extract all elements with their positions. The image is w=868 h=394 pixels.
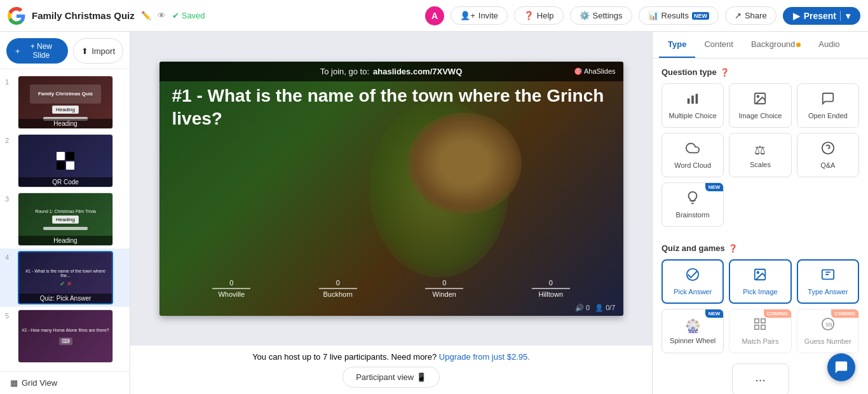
bar-chart-icon bbox=[686, 92, 700, 109]
canvas-wrapper: To join, go to: ahaslides.com/7XVWQ 🎯 Ah… bbox=[130, 32, 652, 345]
svg-rect-11 bbox=[755, 319, 759, 323]
slide-number: 5 bbox=[5, 309, 14, 320]
help-icon: ❓ bbox=[524, 11, 534, 20]
import-button[interactable]: ⬆ Import bbox=[73, 38, 123, 64]
answer-bar-2 bbox=[319, 288, 357, 289]
participant-stat: 👤 0/7 bbox=[595, 304, 615, 312]
slide-item[interactable]: 5 #2 - How many Home Alone films are the… bbox=[0, 307, 130, 365]
coming-badge-match: COMING bbox=[764, 309, 791, 318]
bulb-icon bbox=[686, 191, 700, 208]
answer-bars: 0 Whoville 0 Buckhorn 0 Winden bbox=[159, 279, 623, 298]
google-logo-icon bbox=[8, 7, 25, 25]
import-icon: ⬆ bbox=[81, 46, 88, 56]
answer-col-1: 0 Whoville bbox=[212, 279, 250, 298]
preview-icon[interactable]: 👁 bbox=[158, 11, 166, 20]
answer-value-4: 0 bbox=[549, 279, 553, 287]
new-slide-button[interactable]: + + New Slide bbox=[6, 38, 68, 64]
scales-icon: ⚖ bbox=[754, 142, 766, 158]
question-type-title: Question type ❓ bbox=[661, 67, 859, 77]
main-layout: + + New Slide ⬆ Import 1 Family Christma… bbox=[0, 32, 868, 394]
upgrade-notice: You can host up to 7 live participants. … bbox=[140, 352, 642, 362]
question-type-grid: Multiple Choice Image Choice Open Ended bbox=[661, 83, 859, 227]
sidebar-toolbar: + + New Slide ⬆ Import bbox=[0, 32, 130, 69]
present-dropdown-arrow: ▾ bbox=[840, 11, 850, 21]
answer-label-2: Buckhorn bbox=[323, 290, 353, 298]
ahaslides-logo: 🎯 AhaSlides bbox=[574, 67, 616, 76]
qtype-pick-image[interactable]: Pick Image bbox=[729, 259, 791, 304]
slide-item[interactable]: 3 Round 1: Christmas Film Trivia Heading… bbox=[0, 190, 130, 248]
qtype-qa[interactable]: Q&A bbox=[797, 133, 859, 177]
pick-image-icon bbox=[753, 268, 767, 285]
answer-col-3: 0 Winden bbox=[425, 279, 463, 298]
svg-rect-1 bbox=[691, 95, 694, 104]
more-icon: ··· bbox=[755, 372, 766, 387]
qtype-match-pairs[interactable]: COMING Match Pairs bbox=[729, 309, 791, 353]
grid-view-button[interactable]: ▦ Grid View bbox=[0, 371, 130, 394]
qtype-guess-number[interactable]: COMING 99 Guess Number bbox=[797, 309, 859, 353]
new-badge: NEW bbox=[705, 183, 724, 191]
answer-value-3: 0 bbox=[442, 279, 446, 287]
quiz-games-help-icon[interactable]: ❓ bbox=[728, 244, 738, 253]
qa-icon bbox=[821, 141, 835, 158]
tab-background[interactable]: Background bbox=[742, 32, 810, 58]
qtype-image-choice[interactable]: Image Choice bbox=[729, 83, 791, 128]
settings-icon: ⚙️ bbox=[580, 11, 590, 20]
qtype-type-answer[interactable]: Type Answer bbox=[797, 259, 859, 304]
center-panel: To join, go to: ahaslides.com/7XVWQ 🎯 Ah… bbox=[130, 32, 652, 394]
top-bar: Family Christmas Quiz ✏️ 👁 ✔ Saved A 👤+ … bbox=[0, 0, 868, 32]
slide-type-label: Quiz: Pick Answer bbox=[19, 294, 112, 303]
panel-tabs: Type Content Background Audio bbox=[653, 32, 868, 58]
guess-number-icon: 99 bbox=[821, 317, 835, 334]
more-types-button[interactable]: ··· bbox=[732, 363, 789, 394]
tab-content[interactable]: Content bbox=[695, 32, 742, 58]
coming-badge-guess: COMING bbox=[831, 309, 858, 318]
slide-thumbnail: #1 - What is the name of the town where … bbox=[18, 251, 113, 304]
present-button[interactable]: ▶ Present ▾ bbox=[783, 7, 860, 25]
speech-bubble-icon bbox=[821, 92, 835, 109]
slide-type-label: Heading bbox=[18, 119, 112, 128]
results-button[interactable]: 📊 Results NEW bbox=[639, 6, 719, 25]
slide-thumbnail: #2 - How many Home Alone films are there… bbox=[18, 309, 113, 363]
qtype-word-cloud[interactable]: Word Cloud bbox=[661, 133, 724, 177]
help-button[interactable]: ❓ Help bbox=[514, 6, 564, 25]
join-bar: To join, go to: ahaslides.com/7XVWQ 🎯 Ah… bbox=[159, 62, 623, 81]
svg-rect-13 bbox=[761, 325, 765, 329]
qtype-scales[interactable]: ⚖ Scales bbox=[729, 133, 791, 177]
qtype-brainstorm[interactable]: NEW Brainstorm bbox=[661, 182, 724, 227]
slide-item[interactable]: 2 QR Code bbox=[0, 132, 130, 190]
chat-bubble-button[interactable] bbox=[827, 353, 855, 381]
answer-value-1: 0 bbox=[229, 279, 233, 287]
slide-stats: 🔊 0 👤 0/7 bbox=[575, 304, 616, 312]
question-type-help-icon[interactable]: ❓ bbox=[720, 68, 729, 77]
qtype-open-ended[interactable]: Open Ended bbox=[797, 83, 859, 128]
quiz-games-grid: Pick Answer Pick Image Type Answer bbox=[661, 259, 859, 353]
upgrade-link[interactable]: Upgrade from just $2.95. bbox=[439, 352, 530, 362]
qtype-multiple-choice[interactable]: Multiple Choice bbox=[661, 83, 724, 128]
tab-audio[interactable]: Audio bbox=[810, 32, 848, 58]
avatar: A bbox=[425, 6, 444, 25]
qtype-spinner-wheel[interactable]: NEW 🎡 Spinner Wheel bbox=[661, 309, 724, 353]
invite-button[interactable]: 👤+ Invite bbox=[451, 6, 508, 25]
edit-icon[interactable]: ✏️ bbox=[141, 11, 151, 20]
cloud-icon bbox=[686, 141, 700, 158]
slide-item[interactable]: 1 Family Christmas Quiz Heading Heading bbox=[0, 73, 130, 132]
answer-label-3: Winden bbox=[433, 290, 456, 298]
slide-thumbnail: Family Christmas Quiz Heading Heading bbox=[18, 76, 113, 129]
slide-item[interactable]: 4 #1 - What is the name of the town wher… bbox=[0, 248, 130, 307]
settings-button[interactable]: ⚙️ Settings bbox=[570, 6, 632, 25]
qtype-pick-answer[interactable]: Pick Answer bbox=[661, 259, 724, 304]
tab-type[interactable]: Type bbox=[659, 32, 695, 58]
share-icon: ↗ bbox=[735, 11, 742, 20]
results-icon: 📊 bbox=[648, 11, 658, 20]
answer-label-1: Whoville bbox=[218, 290, 245, 298]
slide-number: 1 bbox=[5, 76, 14, 86]
participant-view-label: Participant view 📱 bbox=[356, 372, 426, 382]
share-button[interactable]: ↗ Share bbox=[725, 6, 776, 25]
slide-type-label: QR Code bbox=[18, 177, 112, 187]
slide-type-label: Heading bbox=[18, 236, 112, 245]
slide-thumbnail: Round 1: Christmas Film Trivia Heading H… bbox=[18, 193, 113, 246]
participant-view-button[interactable]: Participant view 📱 bbox=[342, 367, 440, 388]
type-answer-icon bbox=[821, 268, 835, 285]
pick-answer-icon bbox=[686, 268, 700, 285]
svg-point-9 bbox=[757, 271, 759, 273]
